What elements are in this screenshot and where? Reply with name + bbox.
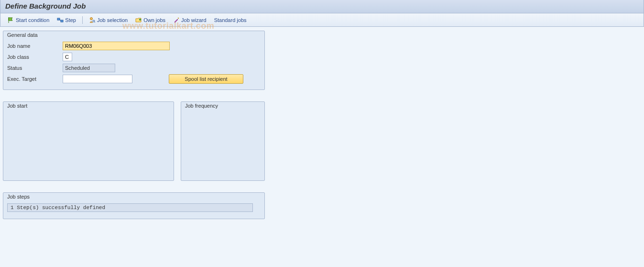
exec-target-input[interactable]	[63, 75, 132, 83]
own-jobs-button[interactable]: Own jobs	[132, 15, 169, 25]
toolbar-label: Job selection	[97, 17, 128, 23]
group-title: Job start	[3, 102, 174, 111]
person-search-icon	[89, 17, 96, 23]
job-steps-group: Job steps 1 Step(s) successfully defined	[3, 192, 265, 219]
application-toolbar: Start condition Step Job selection Own j…	[0, 13, 644, 27]
flag-icon	[8, 17, 14, 23]
svg-point-4	[140, 19, 141, 20]
toolbar-label: Standard jobs	[214, 17, 247, 23]
folder-person-icon	[135, 17, 142, 23]
status-field	[63, 64, 115, 72]
job-name-input[interactable]	[63, 42, 170, 50]
job-steps-message: 1 Step(s) successfully defined	[7, 203, 253, 212]
status-label: Status	[7, 65, 63, 71]
content-area: General data Job name Job class Status E…	[0, 27, 644, 234]
group-title: Job frequency	[181, 102, 264, 111]
title-bar: Define Background Job	[0, 0, 644, 13]
job-class-label: Job class	[7, 54, 63, 60]
group-title: Job steps	[3, 193, 264, 202]
group-title: General data	[3, 31, 264, 41]
svg-rect-0	[57, 18, 60, 20]
svg-point-3	[93, 20, 95, 22]
job-frequency-group: Job frequency	[181, 101, 265, 181]
page-title: Define Background Job	[5, 2, 639, 10]
standard-jobs-button[interactable]: Standard jobs	[211, 15, 250, 25]
general-data-group: General data Job name Job class Status E…	[3, 31, 265, 90]
wizard-icon	[173, 17, 180, 23]
svg-rect-1	[61, 20, 63, 22]
job-name-label: Job name	[7, 43, 63, 49]
exec-target-label: Exec. Target	[7, 76, 63, 82]
job-start-group: Job start	[3, 101, 174, 181]
toolbar-label: Job wizard	[181, 17, 207, 23]
toolbar-separator	[82, 16, 83, 24]
job-selection-button[interactable]: Job selection	[86, 15, 131, 25]
step-button[interactable]: Step	[54, 15, 79, 25]
toolbar-label: Start condition	[16, 17, 49, 23]
job-class-input[interactable]	[63, 53, 72, 61]
toolbar-label: Step	[65, 17, 76, 23]
start-condition-button[interactable]: Start condition	[4, 15, 53, 25]
step-icon	[57, 17, 64, 23]
toolbar-label: Own jobs	[143, 17, 165, 23]
job-wizard-button[interactable]: Job wizard	[170, 15, 210, 25]
spool-list-recipient-button[interactable]: Spool list recipient	[169, 74, 243, 84]
svg-point-2	[90, 17, 92, 20]
